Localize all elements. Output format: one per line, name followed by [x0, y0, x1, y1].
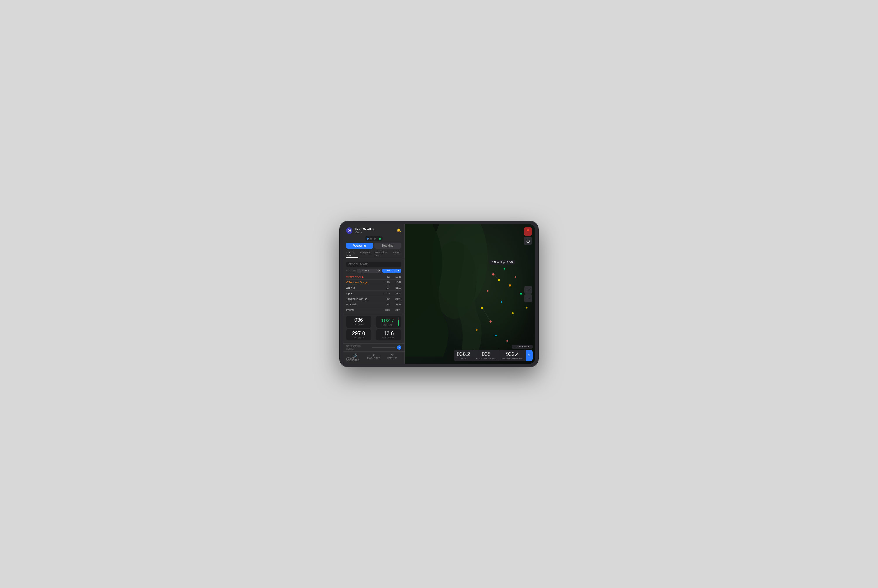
- rot-bar: [398, 317, 399, 326]
- target-val: 62: [381, 275, 390, 278]
- tab-docking[interactable]: Docking: [374, 243, 402, 249]
- search-input[interactable]: [346, 261, 401, 267]
- notif-label: NOTIFICATION CENTER: [346, 345, 370, 350]
- gauge-sog: 12.6 SOG (KN) AIE: [376, 329, 401, 340]
- sog-value: 12.6: [378, 331, 399, 336]
- notif-badge: 1: [397, 345, 401, 350]
- svg-line-20: [493, 274, 499, 280]
- ship-popup-text: A New Hope 1245: [492, 261, 513, 264]
- scale-bar: 879 m 1:10127: [512, 345, 533, 349]
- nav-settings[interactable]: ⚙ SETTINGS: [383, 353, 401, 361]
- tab-voyaging[interactable]: Voyaging: [346, 243, 373, 249]
- svg-point-11: [481, 307, 483, 309]
- sub-tab-submarine[interactable]: Submarine Item: [374, 250, 391, 258]
- target-name: Willem van Oranje: [346, 281, 380, 284]
- svg-point-8: [509, 284, 511, 287]
- bottom-nav: ⚓ VOYAGE FAVOURITES ★ FAVOURITES ⚙ SETTI…: [343, 351, 404, 363]
- zoom-in-btn[interactable]: +: [524, 286, 532, 294]
- zoom-out-btn[interactable]: −: [524, 294, 532, 302]
- svg-point-18: [495, 334, 497, 336]
- range-label: RANGE (M): [385, 270, 397, 272]
- cog-label: COG (T) AIE: [348, 337, 369, 339]
- list-item[interactable]: Artevelde 53 3128: [346, 302, 401, 308]
- overlay-eta-sub: ETA WAYPOINT 5/N5: [476, 357, 496, 360]
- compass-icon: ⊕: [526, 238, 530, 244]
- target-range: 3128: [391, 292, 401, 295]
- overlay-dist-sub: DIST WAYPOINT 5/N5: [502, 357, 523, 360]
- conn-dot-wifi: [366, 238, 369, 240]
- list-item[interactable]: Zephxa 97 3119: [346, 285, 401, 291]
- target-val: 818: [381, 309, 390, 312]
- nav-favourites[interactable]: ★ FAVOURITES: [365, 353, 383, 361]
- target-list: A New Hope ▲ 62 1245 Willem van Oranje 1…: [343, 274, 404, 314]
- list-item[interactable]: Timotheus von Br... 42 3128: [346, 296, 401, 302]
- edit-icon: ✎: [528, 354, 530, 357]
- list-item[interactable]: A New Hope ▲ 62 1245: [346, 274, 401, 280]
- target-name: Artevelde: [346, 303, 380, 306]
- compass-btn[interactable]: ⊕: [524, 237, 532, 245]
- gauge-rot: 102.7 ROT (T/M): [376, 316, 401, 328]
- target-range: 3129: [391, 309, 401, 312]
- location-icon: 📍: [525, 229, 530, 234]
- list-item[interactable]: Pound 818 3129: [346, 308, 401, 313]
- overlay-hdg: 036.2 HDG: [454, 350, 473, 361]
- sort-select[interactable]: DISTM ↑: [357, 268, 381, 273]
- cog-value: 297.0: [348, 331, 369, 336]
- sub-tab-waypoints[interactable]: Waypoints: [359, 250, 373, 258]
- map-area[interactable]: A New Hope 1245 📍 ⊕ + −: [405, 225, 535, 363]
- gauge-hdg: 036 HDG (T) AIE: [346, 316, 371, 328]
- vessel-info: Ever Gentle+ Vessel: [355, 227, 394, 234]
- gauge-row-top: 036 HDG (T) AIE 102.7 ROT (T/M): [346, 316, 401, 328]
- overlay-hdg-sub: HDG: [457, 357, 470, 360]
- vessel-name: Ever Gentle+: [355, 227, 394, 231]
- tablet-screen: Ever Gentle+ Vessel 🔔 Voyaging Docking: [343, 225, 535, 363]
- nav-label-settings: SETTINGS: [387, 357, 398, 359]
- overlay-eta: 038 ETA WAYPOINT 5/N5: [473, 350, 499, 361]
- bell-icon[interactable]: 🔔: [397, 228, 401, 233]
- target-range: 3119: [391, 286, 401, 290]
- anchor-icon: ⚓: [353, 353, 357, 357]
- location-marker-btn[interactable]: 📍: [524, 227, 532, 236]
- svg-point-7: [504, 268, 505, 270]
- rot-bar-fill: [398, 320, 399, 326]
- conn-separator: [377, 237, 377, 240]
- svg-point-10: [501, 301, 503, 303]
- rot-label: ROT (T/M): [378, 324, 397, 326]
- range-btn[interactable]: RANGE (M) ▾: [382, 269, 401, 273]
- target-name: Pound: [346, 309, 380, 312]
- zoom-controls: + −: [524, 286, 532, 302]
- vessel-icon: [346, 227, 353, 234]
- hdg-value: 036: [348, 317, 369, 322]
- overlay-hdg-value: 036.2: [457, 352, 470, 357]
- svg-line-21: [482, 308, 491, 321]
- sog-label: SOG (KN) AIE: [378, 337, 399, 339]
- connection-pills: [365, 236, 383, 241]
- overlay-edit-btn[interactable]: ✎: [526, 350, 533, 361]
- conn-dot-2: [374, 238, 375, 240]
- scale-distance: 879 m: [514, 345, 521, 348]
- target-range: 1245: [391, 275, 401, 278]
- zoom-in-icon: +: [527, 287, 529, 292]
- target-val: 53: [381, 303, 390, 306]
- sort-row: SORT BY DISTM ↑ RANGE (M) ▾: [343, 268, 404, 274]
- target-name: Timotheus von Br...: [346, 297, 380, 300]
- svg-point-13: [520, 293, 522, 295]
- gear-icon: ⚙: [391, 353, 394, 357]
- ship-popup: A New Hope 1245: [489, 260, 515, 265]
- target-range: 3128: [391, 303, 401, 306]
- target-range: 3128: [391, 297, 401, 300]
- sub-tab-buton[interactable]: Button: [392, 250, 401, 258]
- tablet-shell: Ever Gentle+ Vessel 🔔 Voyaging Docking: [340, 221, 538, 367]
- list-item[interactable]: Zipper 185 3128: [346, 291, 401, 296]
- nav-voyage-favourites[interactable]: ⚓ VOYAGE FAVOURITES: [346, 353, 364, 361]
- range-chevron: ▾: [398, 270, 399, 272]
- sub-tab-target-list[interactable]: Target List: [346, 250, 358, 258]
- list-item[interactable]: Willem van Oranje 126 1847: [346, 280, 401, 285]
- svg-point-12: [515, 276, 516, 278]
- conn-dot-active: [379, 238, 381, 240]
- panel-header: Ever Gentle+ Vessel 🔔: [343, 225, 404, 236]
- overlay-dist-value: 932.4: [502, 352, 523, 357]
- side-panel: Ever Gentle+ Vessel 🔔 Voyaging Docking: [343, 225, 405, 363]
- map-bottom-bar: 879 m 1:10127 036.2 HDG 038 ETA WAYPOINT…: [454, 345, 533, 361]
- target-name: Zipper: [346, 292, 380, 295]
